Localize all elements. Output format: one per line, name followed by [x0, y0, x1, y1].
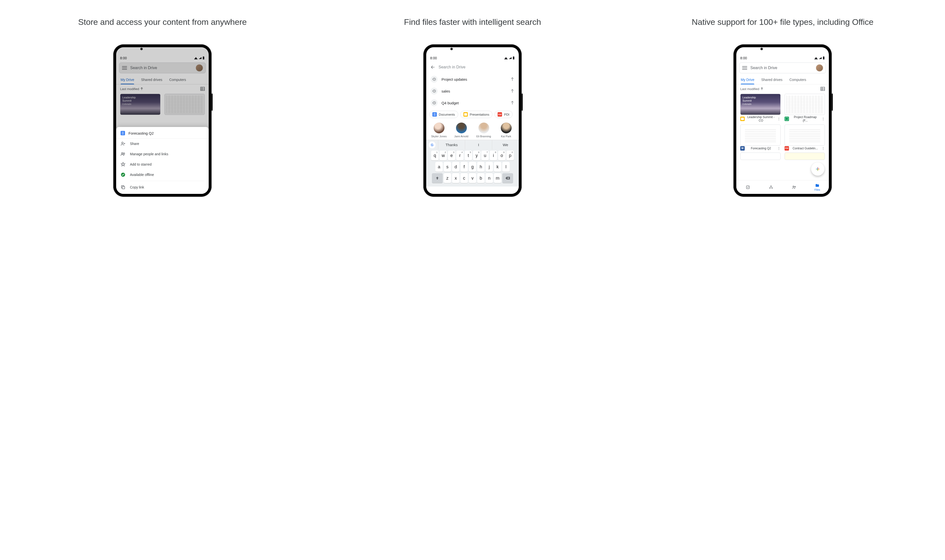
menu-icon[interactable] [742, 65, 747, 71]
tab-computers[interactable]: Computers [167, 75, 188, 84]
profile-avatar[interactable] [195, 64, 203, 72]
key-z[interactable]: z [444, 173, 451, 183]
sheet-file-title: Forecasting Q2 [128, 131, 154, 135]
search-bar-active[interactable]: Search in Drive [426, 61, 519, 73]
key-i[interactable]: i8 [490, 151, 497, 160]
file-thumb[interactable] [740, 152, 780, 160]
chip-documents[interactable]: Documents [429, 111, 458, 118]
key-v[interactable]: v [469, 173, 476, 183]
person-chip[interactable]: Kai Park [496, 123, 516, 138]
more-icon[interactable]: ⋮ [822, 117, 825, 121]
key-q[interactable]: q1 [431, 151, 439, 160]
key-w[interactable]: w2 [440, 151, 447, 160]
search-bar[interactable]: Search in Drive [739, 63, 826, 73]
nav-files[interactable]: Files [806, 180, 829, 194]
key-t[interactable]: t5 [465, 151, 472, 160]
action-add-starred[interactable]: Add to starred [116, 159, 209, 169]
file-thumb[interactable] [785, 152, 825, 160]
action-copy-link[interactable]: Copy link [116, 182, 209, 192]
person-chip[interactable]: Jami Arnold [451, 123, 471, 138]
key-shift[interactable] [432, 173, 443, 183]
file-name[interactable]: Project Roadmap (F... [791, 115, 819, 123]
file-name[interactable]: Contract Guidelin... [791, 147, 819, 150]
key-x[interactable]: x [452, 173, 459, 183]
file-name[interactable]: Leadership Summit - CO [746, 115, 775, 123]
key-o[interactable]: o9 [498, 151, 505, 160]
insert-arrow-icon[interactable] [509, 100, 515, 106]
ime-suggestion[interactable]: Thanks [438, 140, 465, 149]
key-j[interactable]: j [486, 162, 493, 172]
key-h[interactable]: h [477, 162, 485, 172]
google-logo-icon[interactable]: G [429, 142, 436, 148]
fab-new[interactable]: + [811, 162, 824, 176]
key-d[interactable]: d [452, 162, 459, 172]
key-l[interactable]: l [502, 162, 509, 172]
key-y[interactable]: y6 [473, 151, 480, 160]
tab-shared-drives[interactable]: Shared drives [139, 75, 165, 84]
key-f[interactable]: f [460, 162, 468, 172]
search-bar[interactable]: Search in Drive [119, 63, 206, 73]
sort-button[interactable]: Last modified [120, 87, 143, 91]
ime-suggestion[interactable]: We [492, 140, 519, 149]
pdf-icon: PDF [498, 112, 502, 117]
chip-presentations[interactable]: Presentations [460, 111, 493, 118]
nav-priority[interactable] [736, 180, 759, 194]
key-k[interactable]: k [494, 162, 501, 172]
more-icon[interactable]: ⋮ [822, 146, 825, 150]
file-thumb[interactable] [740, 125, 780, 146]
tab-shared-drives[interactable]: Shared drives [759, 75, 785, 84]
file-thumb-roadmap[interactable] [165, 94, 205, 115]
view-toggle-icon[interactable] [200, 87, 205, 91]
avatar-icon [434, 123, 445, 133]
person-chip[interactable]: Skyler Jones [429, 123, 449, 138]
profile-avatar[interactable] [816, 64, 823, 72]
key-n[interactable]: n [486, 173, 493, 183]
menu-icon[interactable] [122, 65, 127, 71]
nav-shared[interactable] [783, 180, 806, 194]
sort-button[interactable]: Last modified [740, 87, 763, 91]
key-m[interactable]: m [494, 173, 501, 183]
status-icons [814, 56, 825, 60]
file-thumb[interactable]: LeadershipSummitColorado [740, 94, 780, 115]
svg-rect-7 [122, 186, 125, 189]
tab-my-drive[interactable]: My Drive [118, 75, 137, 84]
action-manage-people[interactable]: Manage people and links [116, 149, 209, 159]
file-thumb[interactable] [785, 94, 825, 115]
key-r[interactable]: r4 [456, 151, 464, 160]
headline-1: Store and access your content from anywh… [78, 10, 247, 34]
insert-arrow-icon[interactable] [509, 88, 515, 94]
action-available-offline[interactable]: Available offline [116, 169, 209, 180]
file-thumb[interactable] [785, 125, 825, 146]
search-suggestion[interactable]: Q4 budget [426, 97, 519, 109]
action-share[interactable]: Share [116, 138, 209, 149]
key-p[interactable]: p0 [506, 151, 514, 160]
chip-pdf[interactable]: PDFPDI [494, 111, 513, 118]
key-b[interactable]: b [477, 173, 485, 183]
tab-computers[interactable]: Computers [787, 75, 809, 84]
key-g[interactable]: g [469, 162, 476, 172]
docs-icon [432, 112, 437, 117]
word-icon: W [740, 146, 745, 151]
nav-workspaces[interactable] [759, 180, 783, 194]
ime-suggestion[interactable]: I [465, 140, 492, 149]
key-c[interactable]: c [460, 173, 468, 183]
more-icon[interactable]: ⋮ [777, 146, 780, 150]
file-name[interactable]: Forecasting Q2 [746, 147, 775, 150]
search-suggestion[interactable]: sales [426, 85, 519, 97]
back-icon[interactable] [430, 65, 436, 70]
insert-arrow-icon[interactable] [509, 77, 515, 82]
phone-frame-2: 8:00 Search in Drive Project updates [423, 44, 522, 197]
file-thumb-leadership[interactable]: LeadershipSummitColorado [120, 94, 160, 115]
key-u[interactable]: u7 [481, 151, 489, 160]
tab-my-drive[interactable]: My Drive [738, 75, 757, 84]
headline-3: Native support for 100+ file types, incl… [692, 10, 873, 34]
view-toggle-icon[interactable] [820, 87, 825, 91]
key-e[interactable]: e3 [448, 151, 455, 160]
key-backspace[interactable] [502, 173, 513, 183]
search-suggestion[interactable]: Project updates [426, 73, 519, 85]
more-icon[interactable]: ⋮ [777, 117, 780, 121]
person-chip[interactable]: Eli Branning [474, 123, 494, 138]
headline-2: Find files faster with intelligent searc… [404, 10, 541, 34]
key-s[interactable]: s [444, 162, 451, 172]
key-a[interactable]: a [436, 162, 443, 172]
